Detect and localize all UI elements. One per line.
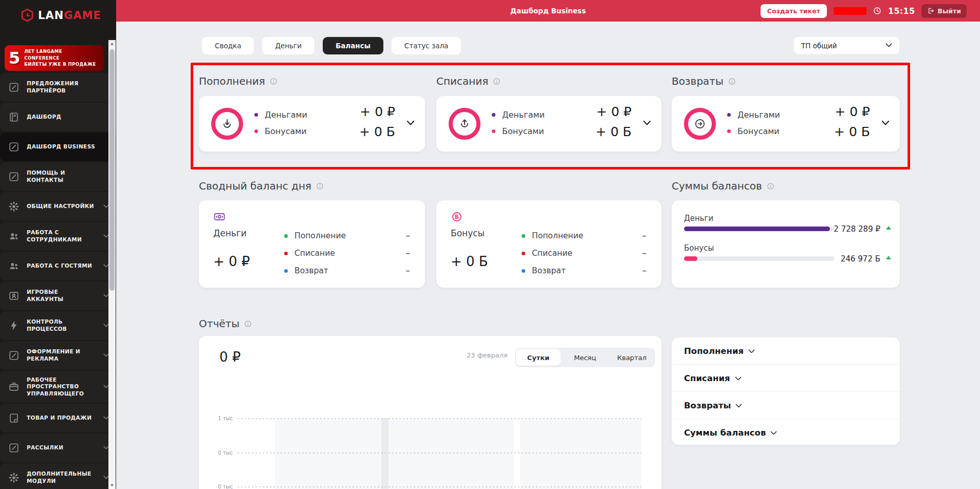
summary-value: + 0 Б — [596, 124, 632, 139]
daily-row: Пополнение — [284, 231, 346, 240]
sidebar-item-14[interactable]: Дополнительные модули — [0, 463, 116, 489]
chart-gridline — [237, 418, 641, 419]
chart-ytick: 1 тыс — [211, 416, 233, 421]
info-icon[interactable] — [728, 78, 736, 85]
bonus-icon: Б — [451, 211, 463, 223]
chart-ytick: 0 тыс — [211, 484, 233, 489]
edit-square-icon — [8, 350, 20, 361]
sidebar-item-label: Товар и продажи — [27, 415, 92, 422]
accordion-row-4[interactable]: Суммы балансов — [672, 419, 900, 445]
edit-square-icon — [8, 171, 20, 182]
sidebar-item-5[interactable]: Общие настройки — [0, 192, 116, 221]
tab-1[interactable]: Сводка — [202, 37, 254, 54]
legend-dot — [284, 252, 288, 255]
daily-balance-title: Сводный баланс дня — [199, 180, 324, 192]
sums-row-label: Деньги — [684, 214, 713, 223]
daily-card-total: + 0 ₽ — [213, 254, 250, 269]
sidebar-item-3[interactable]: Дашборд Business — [0, 133, 116, 161]
logout-button[interactable]: Выйти — [921, 4, 967, 18]
sidebar-item-8[interactable]: Игровые аккаунты — [0, 281, 116, 310]
summary-card: Деньгами + 0 ₽ Бонусами + 0 Б — [672, 96, 900, 152]
sidebar-item-label: Контроль процессов — [27, 318, 96, 332]
daily-balance-card-2: Б Бонусы + 0 Б Пополнение – Списание – В… — [436, 200, 661, 288]
balance-sums-card: Деньги 2 728 289 ₽ Бонусы 246 972 Б — [672, 200, 900, 288]
chevron-down-icon — [735, 377, 742, 381]
trend-up-icon — [886, 226, 891, 230]
summary-card-title: Возвраты — [672, 75, 900, 87]
topbar-actions: Создать тикет 15:15 Выйти — [761, 0, 967, 22]
info-icon[interactable] — [767, 182, 774, 190]
clock-icon — [873, 7, 881, 15]
accordion-row-2[interactable]: Списания — [672, 364, 900, 391]
chart-hover-band — [381, 418, 389, 489]
info-icon[interactable] — [244, 320, 252, 328]
create-ticket-button[interactable]: Создать тикет — [761, 4, 827, 18]
accordion-row-1[interactable]: Пополнения — [672, 337, 900, 364]
summary-card: Деньгами + 0 ₽ Бонусами + 0 Б — [199, 96, 425, 152]
sidebar-item-11[interactable]: Рабочее пространство управляющего — [0, 371, 116, 403]
sidebar-item-13[interactable]: Рассылки — [0, 434, 116, 462]
tab-2[interactable]: Деньги — [262, 37, 315, 54]
chart-ytick: 0 тыс — [211, 450, 233, 456]
scrollbar-down-arrow-icon[interactable]: ▼ — [108, 482, 116, 489]
info-icon[interactable] — [493, 78, 501, 85]
daily-row: Возврат — [522, 266, 566, 275]
conference-banner[interactable]: 5 ЛЕТ LANGAME CONFERENCE БИЛЕТЫ УЖЕ В ПР… — [5, 45, 104, 71]
id-card-icon — [8, 290, 20, 302]
sidebar-item-4[interactable]: Помощь и контакты — [0, 162, 116, 191]
sidebar-menu: Предложения партнёровДашбордДашборд Busi… — [0, 73, 116, 489]
summary-value: + 0 ₽ — [835, 104, 870, 119]
sidebar: LANGAME 5 ЛЕТ LANGAME CONFERENCE БИЛЕТЫ … — [0, 0, 116, 489]
tab-4[interactable]: Статус зала — [392, 37, 461, 54]
banner-text: ЛЕТ LANGAME CONFERENCE БИЛЕТЫ УЖЕ В ПРОД… — [24, 48, 96, 67]
briefcase-icon — [8, 381, 20, 392]
summary-row: Деньгами — [254, 110, 307, 120]
sidebar-item-label: Оформление и реклама — [27, 348, 96, 362]
edit-square-icon — [8, 141, 20, 153]
sidebar-scrollbar[interactable]: ▲ ▼ — [108, 40, 116, 489]
langame-logo[interactable]: LANGAME — [21, 8, 101, 23]
period-tab-1[interactable]: Сутки — [516, 349, 561, 366]
summary-value: + 0 ₽ — [596, 104, 632, 119]
scrollbar-thumb[interactable] — [109, 49, 115, 291]
sums-row-value: 2 728 289 ₽ — [834, 224, 880, 234]
sums-row-value: 246 972 Б — [841, 254, 880, 264]
sidebar-item-10[interactable]: Оформление и реклама — [0, 341, 116, 370]
logout-icon — [927, 7, 934, 14]
info-icon[interactable] — [316, 182, 324, 190]
summary-card-title: Пополнения — [199, 75, 425, 87]
journal-icon — [8, 111, 20, 123]
branch-select-value: ТП общий — [801, 42, 837, 50]
sidebar-item-9[interactable]: Контроль процессов — [0, 311, 116, 340]
daily-row-value: – — [406, 248, 411, 258]
summary-card-title: Списания — [436, 75, 661, 87]
daily-row-value: – — [642, 230, 647, 240]
chart-total: 0 ₽ — [219, 349, 241, 365]
edit-square-icon — [8, 82, 20, 93]
expand-chevron-icon[interactable] — [406, 120, 415, 126]
tab-3[interactable]: Балансы — [323, 37, 383, 54]
daily-row: Пополнение — [522, 231, 583, 240]
sidebar-item-label: Рассылки — [27, 444, 63, 452]
daily-balance-card-1: Деньги + 0 ₽ Пополнение – Списание – Воз… — [199, 200, 425, 288]
gear-icon — [8, 472, 20, 483]
info-icon[interactable] — [270, 78, 278, 85]
langame-logo-text: LANGAME — [38, 9, 101, 22]
expand-chevron-icon[interactable] — [643, 120, 651, 126]
scrollbar-up-arrow-icon[interactable]: ▲ — [108, 40, 116, 47]
period-tab-2[interactable]: Месяц — [563, 349, 607, 366]
daily-row-value: – — [642, 248, 647, 258]
sidebar-item-12[interactable]: Товар и продажи — [0, 404, 116, 432]
sidebar-item-1[interactable]: Предложения партнёров — [0, 73, 116, 102]
sidebar-item-7[interactable]: Работа с гостями — [0, 252, 116, 280]
sidebar-item-label: Предложения партнёров — [27, 80, 96, 94]
branch-select[interactable]: ТП общий — [794, 37, 899, 54]
chevron-down-icon — [748, 349, 755, 354]
expand-chevron-icon[interactable] — [881, 120, 890, 126]
sidebar-item-2[interactable]: Дашборд — [0, 103, 116, 131]
accordion-row-3[interactable]: Возвраты — [672, 391, 900, 419]
sidebar-item-6[interactable]: Работа с сотрудниками — [0, 222, 116, 251]
summary-value: + 0 Б — [359, 124, 395, 139]
sums-progress-bar — [684, 227, 835, 231]
period-tab-3[interactable]: Квартал — [609, 349, 654, 366]
